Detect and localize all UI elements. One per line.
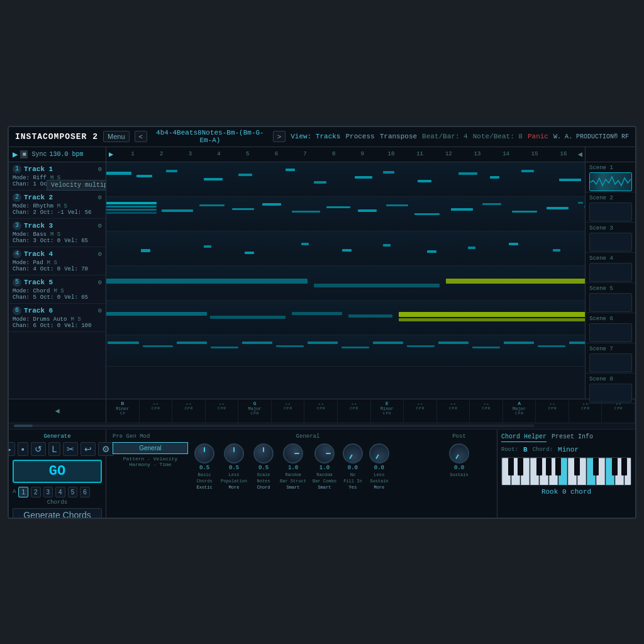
chord-8-c-btn[interactable]: C xyxy=(350,406,352,411)
chord-cell-11[interactable]: -- C P R xyxy=(437,399,470,423)
chord-3-c-btn[interactable]: C xyxy=(184,406,187,411)
gen-play-btn[interactable]: ▶ xyxy=(8,442,15,456)
preset-info-tab[interactable]: Preset Info xyxy=(552,433,593,442)
scene-6-preview[interactable] xyxy=(589,323,632,342)
chord-cell-15[interactable]: -- C P R xyxy=(569,399,602,423)
timeline-scrollbar[interactable] xyxy=(9,423,635,430)
chord-15-r-btn[interactable]: R xyxy=(587,406,589,411)
scene-2-preview[interactable] xyxy=(589,203,632,221)
knob-6[interactable] xyxy=(339,440,367,467)
scene-item-7[interactable]: Scene 7 xyxy=(586,343,635,374)
view-tracks-button[interactable]: View: Tracks xyxy=(291,133,340,140)
grid-scroll-right[interactable]: ◀ xyxy=(578,150,582,159)
chord-14-r-btn[interactable]: R xyxy=(554,406,557,411)
mini-piano[interactable] xyxy=(501,457,631,486)
chord-7-c-btn[interactable]: C xyxy=(317,406,319,411)
chord-5-p-btn[interactable]: P xyxy=(253,411,256,416)
grid-row-5[interactable] xyxy=(106,301,585,335)
grid-row-1[interactable] xyxy=(106,162,585,197)
chord-6-c-btn[interactable]: C xyxy=(284,406,286,411)
chord-cell-6[interactable]: -- C P R xyxy=(272,399,305,423)
track-item-6[interactable]: 6 Track 6 ⚙ Mode: Drums Auto M S Chan: 6… xyxy=(9,304,106,332)
track-item-5[interactable]: 5 Track 5 ⚙ Mode: Chord M S Chan: 5 Oct:… xyxy=(9,275,106,304)
chord-nav-left[interactable]: ◀ xyxy=(55,406,59,416)
menu-button[interactable]: Menu xyxy=(103,131,130,142)
knob-7[interactable] xyxy=(365,440,393,467)
chord-13-r-btn[interactable]: R xyxy=(521,411,523,416)
ab-4-btn[interactable]: 4 xyxy=(55,487,65,497)
chord-cell-12[interactable]: -- C P R xyxy=(470,399,503,423)
chord-2-c-btn[interactable]: C xyxy=(152,406,154,411)
grid-row-4[interactable] xyxy=(106,266,585,301)
scene-item-5[interactable]: Scene 5 xyxy=(586,283,635,313)
chord-helper-tab[interactable]: Chord Helper xyxy=(501,433,547,442)
chord-7-r-btn[interactable]: R xyxy=(323,406,325,411)
chord-10-c-btn[interactable]: C xyxy=(416,406,418,411)
chord-10-r-btn[interactable]: R xyxy=(422,406,425,411)
chord-16-r-btn[interactable]: R xyxy=(620,406,623,411)
scene-item-4[interactable]: Scene 4 xyxy=(586,253,635,283)
chord-cell-14[interactable]: -- C P R xyxy=(536,399,569,423)
scrollbar-track[interactable] xyxy=(14,425,535,427)
knob-1[interactable] xyxy=(194,443,214,464)
chord-16-p-btn[interactable]: P xyxy=(617,406,619,411)
track-6-settings-icon[interactable]: ⚙ xyxy=(98,307,102,314)
chord-11-c-btn[interactable]: C xyxy=(449,406,452,411)
bpm-value[interactable]: 130.0 bpm xyxy=(49,151,83,158)
chord-5-c-btn[interactable]: C xyxy=(251,411,253,416)
scene-4-preview[interactable] xyxy=(589,263,632,282)
track-2-settings-icon[interactable]: ⚙ xyxy=(98,194,102,201)
transpose-button[interactable]: Transpose xyxy=(380,133,417,140)
stop-button[interactable]: ■ xyxy=(20,150,28,158)
scene-item-3[interactable]: Scene 3 xyxy=(586,223,635,253)
scene-item-2[interactable]: Scene 2 xyxy=(586,192,635,223)
gen-scissors-btn[interactable]: ✂ xyxy=(63,442,78,456)
gen-undo-btn[interactable]: ↩ xyxy=(80,442,96,456)
scene-7-preview[interactable] xyxy=(589,353,632,372)
track-4-ms[interactable]: M S xyxy=(47,260,57,266)
chord-cell-2[interactable]: -- C P R xyxy=(140,399,173,423)
nav-back-button[interactable]: < xyxy=(135,131,147,142)
knob-3[interactable] xyxy=(253,443,274,464)
chord-2-p-btn[interactable]: P xyxy=(155,406,157,411)
track-5-ms[interactable]: M S xyxy=(53,288,64,294)
scene-item-6[interactable]: Scene 6 xyxy=(586,313,635,343)
chord-9-c-btn[interactable]: C xyxy=(383,411,386,416)
track-4-settings-icon[interactable]: ⚙ xyxy=(98,250,102,258)
scene-5-preview[interactable] xyxy=(589,293,632,312)
chord-cell-1[interactable]: B Minor C P xyxy=(106,399,140,423)
chord-cell-9[interactable]: E Minor C P R xyxy=(371,399,404,423)
chord-9-r-btn[interactable]: R xyxy=(389,411,391,416)
scene-3-preview[interactable] xyxy=(589,233,632,252)
track-1-settings-icon[interactable]: ⚙ xyxy=(98,165,102,173)
chord-5-r-btn[interactable]: R xyxy=(257,411,259,416)
chord-2-r-btn[interactable]: R xyxy=(157,406,160,411)
track-5-settings-icon[interactable]: ⚙ xyxy=(98,279,102,286)
chord-1-p-btn[interactable]: P xyxy=(123,411,125,416)
ab-3-btn[interactable]: 3 xyxy=(43,487,53,497)
track-item-4[interactable]: 4 Track 4 ⚙ Mode: Pad M S Chan: 4 Oct: 0… xyxy=(9,247,106,275)
chord-11-r-btn[interactable]: R xyxy=(455,406,457,411)
track-3-settings-icon[interactable]: ⚙ xyxy=(98,222,102,230)
knob-4[interactable] xyxy=(283,443,303,464)
knob-5[interactable] xyxy=(314,443,335,464)
scrollbar-thumb[interactable] xyxy=(14,425,33,427)
chord-4-c-btn[interactable]: C xyxy=(218,406,220,411)
ab-6-btn[interactable]: 6 xyxy=(80,487,90,497)
chord-cell-8[interactable]: -- C P R xyxy=(338,399,371,423)
general-mod-btn[interactable]: General xyxy=(113,442,188,454)
track-item-3[interactable]: 3 Track 3 ⚙ Mode: Bass M S Chan: 3 Oct: … xyxy=(9,219,106,247)
go-button[interactable]: GO xyxy=(13,460,102,483)
chord-1-c-btn[interactable]: C xyxy=(120,411,123,416)
chord-13-p-btn[interactable]: P xyxy=(518,411,521,416)
chord-cell-10[interactable]: -- C P R xyxy=(404,399,437,423)
scene-item-1[interactable]: Scene 1 xyxy=(586,162,635,192)
track-item-1[interactable]: 1 Track 1 ⚙ Mode: Riff M S Chan: 1 Oct: … xyxy=(9,162,106,191)
track-2-ms[interactable]: M S xyxy=(57,203,67,209)
gen-loop-btn[interactable]: ↺ xyxy=(31,442,46,456)
chord-16-c-btn[interactable]: C xyxy=(614,406,617,411)
grid-row-2[interactable] xyxy=(106,197,585,231)
chord-cell-3[interactable]: -- C P R xyxy=(172,399,206,423)
chord-cell-7[interactable]: -- C P R xyxy=(304,399,338,423)
chord-9-p-btn[interactable]: P xyxy=(386,411,388,416)
